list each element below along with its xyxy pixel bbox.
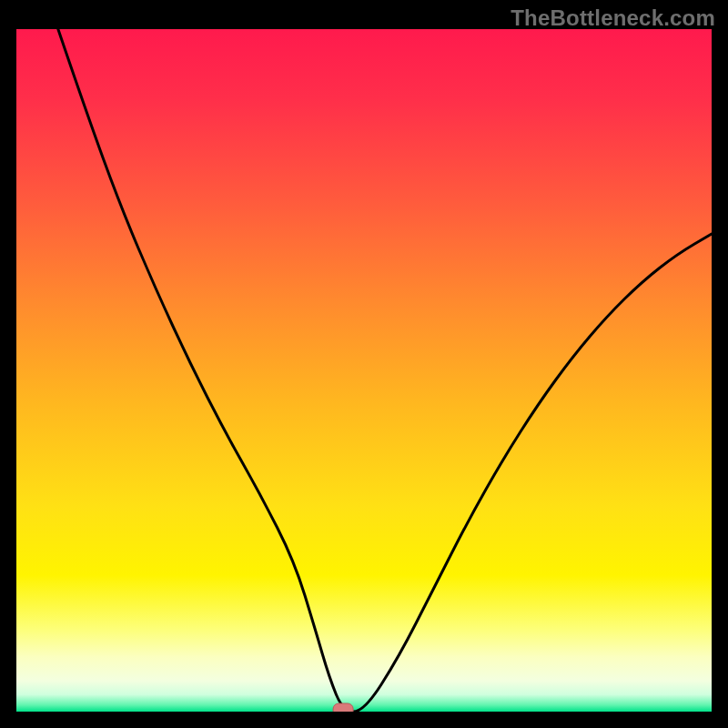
- gradient-background: [16, 29, 712, 712]
- plot-frame: [16, 29, 712, 712]
- optimal-marker: [333, 703, 353, 712]
- watermark-text: TheBottleneck.com: [511, 5, 715, 31]
- chart-container: TheBottleneck.com: [0, 0, 728, 728]
- bottleneck-chart: [16, 29, 712, 712]
